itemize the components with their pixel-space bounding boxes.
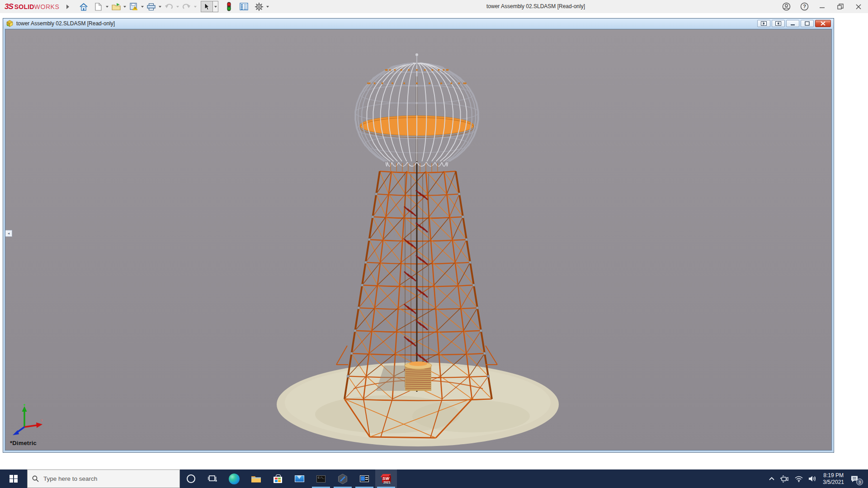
taskbar-search[interactable] xyxy=(27,469,180,488)
taskbar-item-solidworks[interactable]: SW 2021 xyxy=(375,469,397,488)
close-button[interactable] xyxy=(852,1,865,12)
tray-show-hidden-icons[interactable] xyxy=(766,469,778,488)
app-window-title: tower Assembly 02.SLDASM [Read-only] xyxy=(486,3,585,9)
taskbar-item-task-view[interactable] xyxy=(202,469,223,488)
select-tool-button[interactable] xyxy=(201,1,213,12)
undo-dropdown[interactable] xyxy=(175,1,180,12)
document-title: tower Assembly 02.SLDASM [Read-only] xyxy=(16,20,115,27)
save-button[interactable] xyxy=(127,1,140,12)
doc-restore-button[interactable] xyxy=(801,20,814,27)
clock-date: 3/5/2021 xyxy=(823,479,844,486)
taskbar-item-blue-window-app[interactable] xyxy=(354,469,375,488)
screen: 3S SOLID WORKS xyxy=(0,0,868,488)
solidworks-logo-mark: 3S xyxy=(5,2,13,11)
triad-top-dot xyxy=(24,404,25,406)
open-folder-icon xyxy=(112,3,121,10)
new-document-button[interactable] xyxy=(92,1,104,12)
redo-dropdown[interactable] xyxy=(193,1,198,12)
windows-taskbar: C:\_ SW 2021 xyxy=(0,469,868,488)
print-icon xyxy=(147,3,156,10)
edge-icon xyxy=(229,474,240,484)
doc-minimize-button[interactable] xyxy=(786,20,799,27)
new-document-icon xyxy=(95,3,102,11)
system-tray: 8:19 PM 3/5/2021 3 xyxy=(766,469,868,488)
taskbar-item-store[interactable] xyxy=(267,469,288,488)
account-button[interactable] xyxy=(779,1,793,12)
interference-check-button[interactable] xyxy=(223,1,235,12)
tray-network[interactable] xyxy=(792,469,806,488)
open-button[interactable] xyxy=(110,1,122,12)
select-tool-dropdown[interactable] xyxy=(213,1,218,12)
document-titlebar[interactable]: tower Assembly 02.SLDASM [Read-only] xyxy=(3,19,834,28)
options-button[interactable] xyxy=(253,1,265,12)
doc-minimize-icon xyxy=(791,22,795,26)
pane-left-icon xyxy=(761,21,767,26)
minimize-icon xyxy=(820,4,825,9)
hexagon-app-icon xyxy=(337,474,348,484)
taskbar-item-hexagon-app[interactable] xyxy=(332,469,354,488)
help-icon: ? xyxy=(800,2,809,11)
start-button[interactable] xyxy=(0,469,27,488)
assembly-icon xyxy=(6,20,14,27)
select-cursor-icon xyxy=(204,3,210,10)
app-titlebar: 3S SOLID WORKS xyxy=(0,0,868,13)
restore-button[interactable] xyxy=(834,1,847,12)
x-axis-label: x xyxy=(41,418,43,422)
view-orientation-label: *Dimetric xyxy=(10,440,37,446)
menu-expand-arrow-icon[interactable] xyxy=(66,5,69,9)
doc-close-icon xyxy=(821,21,826,26)
taskbar-item-file-explorer[interactable] xyxy=(245,469,267,488)
account-icon xyxy=(782,2,791,11)
undo-button[interactable] xyxy=(163,1,175,12)
minimize-button[interactable] xyxy=(816,1,829,12)
meet-now-camera-icon xyxy=(780,475,789,483)
search-icon xyxy=(32,475,39,482)
tray-action-center[interactable]: 3 xyxy=(848,469,864,488)
tower-3d-model[interactable] xyxy=(5,29,832,450)
store-icon xyxy=(274,477,282,483)
tray-clock[interactable]: 8:19 PM 3/5/2021 xyxy=(819,469,848,488)
blue-window-app-icon xyxy=(360,475,369,482)
help-button[interactable]: ? xyxy=(797,1,811,12)
document-window: tower Assembly 02.SLDASM [Read-only] xyxy=(3,18,834,453)
save-dropdown[interactable] xyxy=(140,1,145,12)
graphics-viewport[interactable]: ◂ x *Dimetric xyxy=(5,29,832,450)
gear-icon xyxy=(255,2,264,11)
restore-icon xyxy=(837,4,844,9)
properties-button[interactable] xyxy=(238,1,250,12)
redo-icon xyxy=(182,3,191,10)
close-icon xyxy=(856,4,861,9)
tray-meet-now[interactable] xyxy=(778,469,792,488)
home-button[interactable] xyxy=(77,1,90,12)
search-input[interactable] xyxy=(43,475,161,482)
new-document-dropdown[interactable] xyxy=(104,1,110,12)
redo-button[interactable] xyxy=(180,1,193,12)
volume-icon xyxy=(808,475,816,482)
doc-next-window-button[interactable] xyxy=(772,20,785,27)
x-axis-arrow xyxy=(24,425,37,427)
taskbar-item-mail[interactable] xyxy=(288,469,310,488)
command-prompt-icon: C:\_ xyxy=(316,475,326,483)
traffic-light-icon xyxy=(226,2,232,11)
cortana-icon xyxy=(187,474,195,483)
doc-close-button[interactable] xyxy=(815,20,831,27)
home-icon xyxy=(79,3,88,11)
wifi-icon xyxy=(795,476,803,482)
print-button[interactable] xyxy=(145,1,157,12)
print-dropdown[interactable] xyxy=(157,1,163,12)
properties-list-icon xyxy=(240,3,248,10)
featuremanager-splitter-handle[interactable]: ◂ xyxy=(5,230,12,237)
open-dropdown[interactable] xyxy=(122,1,127,12)
mail-icon xyxy=(295,475,304,482)
notification-badge: 3 xyxy=(856,479,863,485)
clock-time: 8:19 PM xyxy=(823,472,844,479)
taskbar-item-edge[interactable] xyxy=(223,469,245,488)
taskbar-item-command-prompt[interactable]: C:\_ xyxy=(310,469,332,488)
options-dropdown[interactable] xyxy=(265,1,270,12)
doc-restore-icon xyxy=(805,21,810,26)
tray-volume[interactable] xyxy=(806,469,819,488)
taskbar-item-cortana[interactable] xyxy=(180,469,202,488)
orientation-triad[interactable]: x xyxy=(11,404,46,438)
save-icon xyxy=(130,3,137,10)
doc-previous-window-button[interactable] xyxy=(757,20,770,27)
